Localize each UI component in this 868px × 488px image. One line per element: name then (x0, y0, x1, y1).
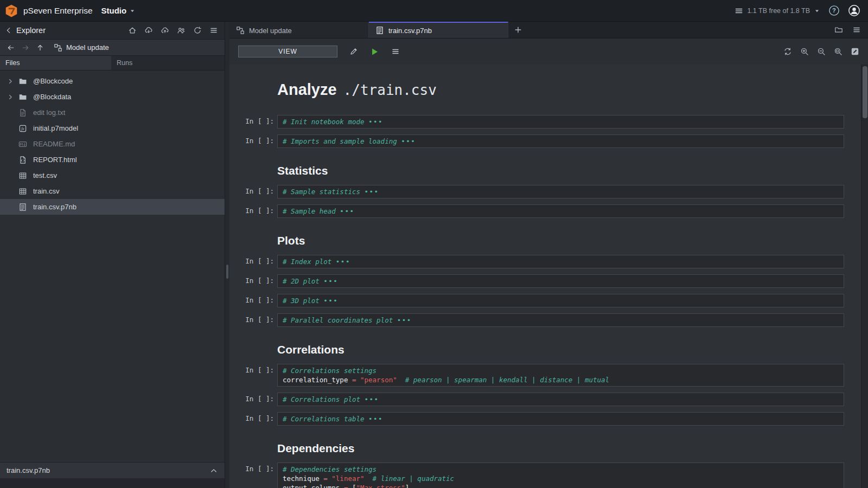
scrollbar-handle[interactable] (863, 66, 867, 118)
mode-selector[interactable]: VIEW (238, 46, 337, 57)
cell-code-input[interactable]: # Sample head ••• (277, 204, 844, 218)
home-icon[interactable] (128, 26, 137, 35)
run-button-icon[interactable] (370, 47, 379, 56)
folder-icon (16, 93, 29, 101)
code-line: # Correlations settings (283, 366, 839, 375)
section-heading: Statistics (277, 164, 844, 177)
cell-code-input[interactable]: # Imports and sample loading ••• (277, 134, 844, 148)
doc-tab-label: Model update (249, 27, 292, 35)
file-item[interactable]: train.csv (0, 183, 225, 199)
storage-indicator[interactable]: 1.1 TB free of 1.8 TB (735, 7, 820, 15)
notebook-icon (16, 203, 29, 211)
file-name: @Blockcode (33, 77, 73, 85)
tabbar-menu-icon[interactable] (852, 25, 861, 34)
nav-forward-icon[interactable] (21, 43, 30, 52)
file-item[interactable]: edit log.txt (0, 105, 225, 120)
collapse-panel-icon[interactable] (4, 26, 13, 35)
tabbar-right-icons (834, 22, 868, 38)
notebook-cell: In [ ]:# Parallel coordinates plot ••• (244, 313, 844, 327)
file-name: train.csv (33, 187, 59, 195)
panel-resizer[interactable] (225, 22, 229, 488)
open-folder-icon[interactable] (834, 25, 843, 34)
cell-code-input[interactable]: # Init notebook mode ••• (277, 115, 844, 129)
help-button[interactable]: ? (828, 5, 840, 16)
workflow-icon (236, 26, 245, 35)
file-item[interactable]: train.csv.p7nb (0, 199, 225, 215)
cloud-download-icon[interactable] (144, 26, 153, 35)
notebook-toolbar: VIEW (229, 38, 868, 65)
share-users-icon[interactable] (177, 26, 186, 35)
cell-menu-icon[interactable] (391, 47, 400, 56)
chevron-up-icon[interactable] (209, 466, 218, 475)
cell-code-input[interactable]: # Correlations plot ••• (277, 393, 844, 406)
cell-code-input[interactable]: # Dependencies settingstechnique = "line… (277, 463, 844, 488)
section-heading: Plots (277, 234, 844, 247)
cell-code-input[interactable]: # Sample statistics ••• (277, 185, 844, 198)
code-line: # 2D plot ••• (283, 277, 839, 286)
location-label: Model update (66, 43, 109, 52)
doc-tab-model-update[interactable]: Model update (229, 22, 369, 38)
file-item[interactable]: REPORT.html (0, 152, 225, 168)
expander-chevron-icon[interactable] (4, 94, 16, 100)
doc-tab-train-csv-p7nb[interactable]: train.csv.p7nb (369, 22, 508, 38)
cell-prompt: In [ ]: (244, 463, 274, 488)
section-heading: Dependencies (277, 442, 844, 455)
app-name: Studio (101, 6, 127, 15)
storage-icon (735, 7, 743, 15)
sync-icon[interactable] (783, 47, 792, 56)
cell-code-input[interactable]: # 2D plot ••• (277, 274, 844, 288)
tab-files-label: Files (5, 59, 20, 67)
code-line: # Correlations table ••• (283, 414, 839, 423)
file-item[interactable]: @Blockcode (0, 73, 225, 89)
notebook-icon (375, 26, 384, 35)
txt-icon (16, 108, 29, 117)
file-tree: @Blockcode@Blockdataedit log.txtfxinitia… (0, 70, 225, 488)
cell-prompt: In [ ]: (244, 274, 274, 288)
tab-runs-label: Runs (117, 59, 132, 67)
cell-prompt: In [ ]: (244, 115, 274, 129)
edit-pencil-icon[interactable] (349, 47, 358, 56)
tab-runs[interactable]: Runs (111, 56, 222, 70)
cell-code-input[interactable]: # Correlations table ••• (277, 412, 844, 426)
notebook-scrollbar[interactable] (861, 65, 868, 488)
code-line: # Init notebook mode ••• (283, 117, 839, 126)
user-avatar[interactable] (848, 4, 860, 17)
tab-files[interactable]: Files (0, 56, 111, 70)
explorer-status-bar[interactable]: train.csv.p7nb (0, 462, 225, 478)
nav-up-icon[interactable] (36, 43, 44, 52)
code-line: # Index plot ••• (283, 257, 839, 266)
md-icon (16, 140, 29, 149)
status-filename: train.csv.p7nb (7, 466, 50, 474)
topbar-right: 1.1 TB free of 1.8 TB ? (735, 4, 860, 17)
app-switcher[interactable]: Studio (101, 6, 136, 15)
zoom-in-icon[interactable] (800, 47, 809, 56)
zoom-out-icon[interactable] (817, 47, 826, 56)
code-line: # Dependencies settings (283, 465, 839, 474)
notebook-cell: In [ ]:# Sample statistics ••• (244, 185, 844, 198)
edit-mode-icon[interactable] (851, 47, 859, 56)
zoom-fit-icon[interactable] (834, 47, 843, 56)
cell-code-input[interactable]: # Index plot ••• (277, 255, 844, 268)
nav-back-icon[interactable] (7, 43, 15, 52)
notebook-cell: In [ ]:# Correlations plot ••• (244, 393, 844, 406)
file-item[interactable]: test.csv (0, 168, 225, 183)
toolbar-right-icons (783, 47, 859, 56)
notebook-area: Analyze ./train.csv In [ ]:# Init notebo… (229, 65, 868, 488)
cell-code-input[interactable]: # Correlations settingscorrelation_type … (277, 364, 844, 387)
cloud-upload-icon[interactable] (161, 26, 169, 35)
file-item[interactable]: fxinitial.p7model (0, 120, 225, 136)
explorer-menu-icon[interactable] (209, 26, 218, 35)
cell-prompt: In [ ]: (244, 364, 274, 387)
file-item[interactable]: README.md (0, 136, 225, 152)
expander-chevron-icon[interactable] (4, 78, 16, 85)
notebook-cell: In [ ]:# Dependencies settingstechnique … (244, 463, 844, 488)
cell-code-input[interactable]: # Parallel coordinates plot ••• (277, 313, 844, 327)
cell-prompt: In [ ]: (244, 185, 274, 198)
file-item[interactable]: @Blockdata (0, 89, 225, 105)
code-line: # 3D plot ••• (283, 296, 839, 305)
refresh-icon[interactable] (193, 26, 202, 35)
svg-text:fx: fx (21, 126, 24, 131)
cell-code-input[interactable]: # 3D plot ••• (277, 294, 844, 307)
code-line: # Correlations plot ••• (283, 395, 839, 404)
new-tab-button[interactable] (508, 22, 528, 38)
